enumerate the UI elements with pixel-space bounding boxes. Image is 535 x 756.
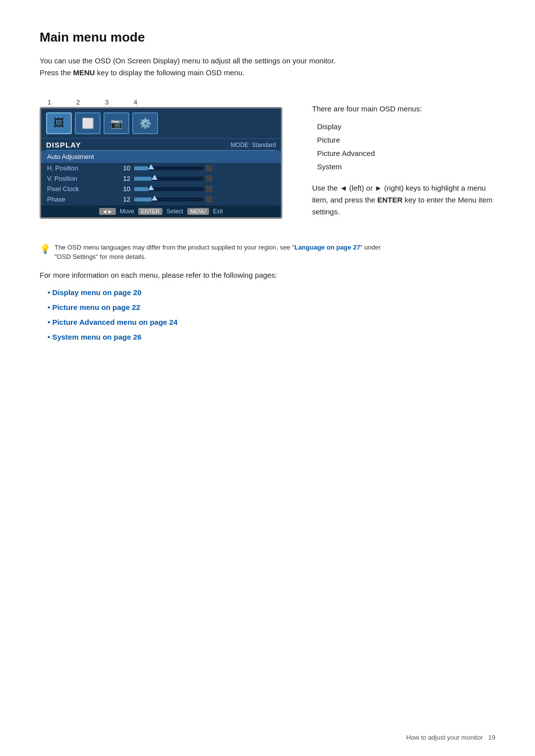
- for-more-text: For more information on each menu, pleas…: [40, 271, 495, 279]
- osd-phase-value: 12: [116, 196, 130, 203]
- osd-display-label: DISPLAY: [46, 141, 81, 149]
- tip-text: The OSD menu languages may differ from t…: [54, 243, 396, 262]
- osd-item-hpos: H. Position 10 ⬛: [41, 163, 281, 173]
- link-picture-advanced-menu[interactable]: Picture Advanced menu on page 24: [48, 315, 495, 330]
- page-footer: How to adjust your monitor 19: [406, 734, 495, 741]
- language-link[interactable]: Language on page 27: [294, 244, 360, 251]
- intro-paragraph: You can use the OSD (On Screen Display) …: [40, 55, 386, 79]
- osd-bottom-bar: ◄► Move ENTER Select MENU Exit: [41, 205, 281, 217]
- enter-key-mention: ENTER: [377, 196, 403, 204]
- key-desc-prefix: Use the: [312, 184, 340, 192]
- link-picture-menu[interactable]: Picture menu on page 22: [48, 300, 495, 315]
- osd-hpos-value: 10: [116, 164, 130, 172]
- picture-menu-link[interactable]: Picture menu on page 22: [52, 303, 140, 311]
- display-menu-link[interactable]: Display menu on page 20: [52, 288, 141, 297]
- osd-select-key: ENTER: [138, 208, 162, 215]
- osd-vpos-value: 12: [116, 175, 130, 182]
- osd-item-phase: Phase 12 ⬛: [41, 194, 281, 204]
- osd-auto-label: Auto Adjustment: [47, 153, 94, 160]
- page-title: Main menu mode: [40, 30, 495, 45]
- osd-num-3: 3: [105, 99, 134, 106]
- osd-move-key: ◄►: [99, 208, 116, 215]
- osd-pixclock-value: 10: [116, 185, 130, 193]
- tip-prefix: The OSD menu languages may differ from t…: [54, 244, 294, 251]
- menu-item-4: System: [317, 160, 495, 173]
- key-desc-middle: (left) or: [347, 184, 375, 192]
- osd-pixclock-label: Pixel Clock: [47, 185, 116, 193]
- osd-screen: 🖼 ⬜ 📷 ⚙️ DISPLAY MODE: Standard Auto Adj…: [40, 107, 282, 219]
- osd-icon-1: 🖼: [46, 112, 72, 134]
- osd-vpos-label: V. Position: [47, 175, 116, 182]
- osd-num-1: 1: [48, 99, 76, 106]
- intro-line2-prefix: Press the: [40, 68, 73, 77]
- right-arrow-key: ►: [375, 184, 382, 192]
- footer-page: 19: [488, 734, 495, 741]
- osd-pixclock-slider: ⬛: [134, 186, 275, 192]
- menu-key-mention: MENU: [73, 68, 95, 77]
- link-system-menu[interactable]: System menu on page 26: [48, 330, 495, 345]
- main-content-area: 1 2 3 4 🖼 ⬜ 📷 ⚙️ DISPLAY MODE: Standard …: [40, 99, 495, 223]
- menu-item-1: Display: [317, 120, 495, 133]
- four-menus-header: There are four main OSD menus:: [312, 103, 495, 115]
- menu-list: Display Picture Picture Advanced System: [317, 120, 495, 173]
- osd-exit-label: Exit: [213, 208, 223, 215]
- osd-hpos-label: H. Position: [47, 164, 116, 172]
- osd-mockup: 1 2 3 4 🖼 ⬜ 📷 ⚙️ DISPLAY MODE: Standard …: [40, 99, 282, 219]
- osd-item-auto: Auto Adjustment: [41, 151, 281, 163]
- osd-select-label: Select: [166, 208, 183, 215]
- left-arrow-key: ◄: [340, 184, 347, 192]
- menu-item-3: Picture Advanced: [317, 147, 495, 160]
- key-description: Use the ◄ (left) or ► (right) keys to hi…: [312, 182, 495, 218]
- osd-icon-2: ⬜: [75, 112, 101, 134]
- osd-header: DISPLAY MODE: Standard: [41, 139, 281, 150]
- osd-num-4: 4: [134, 99, 162, 106]
- osd-number-row: 1 2 3 4: [48, 99, 282, 106]
- link-display-menu[interactable]: Display menu on page 20: [48, 285, 495, 300]
- tip-section: 💡 The OSD menu languages may differ from…: [40, 243, 396, 262]
- osd-vpos-slider: ⬛: [134, 175, 275, 182]
- osd-mode-label: MODE: Standard: [231, 142, 276, 149]
- osd-icon-4: ⚙️: [132, 112, 158, 134]
- tip-icon: 💡: [40, 244, 51, 254]
- intro-line1: You can use the OSD (On Screen Display) …: [40, 56, 335, 65]
- osd-num-2: 2: [76, 99, 105, 106]
- links-list: Display menu on page 20 Picture menu on …: [48, 285, 495, 345]
- footer-text: How to adjust your monitor: [406, 734, 483, 741]
- osd-move-label: Move: [120, 208, 134, 215]
- menu-item-2: Picture: [317, 133, 495, 147]
- osd-exit-key: MENU: [187, 208, 209, 215]
- intro-line2-suffix: key to display the following main OSD me…: [95, 68, 245, 77]
- picture-advanced-menu-link[interactable]: Picture Advanced menu on page 24: [52, 318, 177, 326]
- right-description: There are four main OSD menus: Display P…: [312, 99, 495, 223]
- osd-phase-label: Phase: [47, 196, 116, 203]
- system-menu-link[interactable]: System menu on page 26: [52, 333, 141, 341]
- osd-phase-slider: ⬛: [134, 196, 275, 202]
- osd-item-vpos: V. Position 12 ⬛: [41, 173, 281, 184]
- osd-item-pixclock: Pixel Clock 10 ⬛: [41, 184, 281, 194]
- osd-hpos-slider: ⬛: [134, 165, 275, 171]
- osd-icons-row: 🖼 ⬜ 📷 ⚙️: [41, 108, 281, 139]
- osd-icon-3: 📷: [104, 112, 129, 134]
